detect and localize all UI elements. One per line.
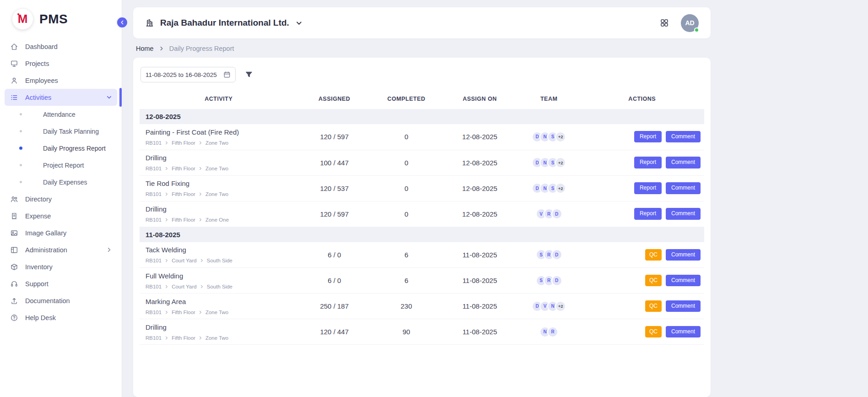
main-inner: Raja Bahadur International Ltd. AD Home … [133, 7, 711, 397]
sidebar-item-help-desk[interactable]: Help Desk [5, 309, 117, 326]
apps-grid-icon[interactable] [660, 18, 669, 27]
report-button[interactable]: Report [634, 182, 662, 194]
team-avatar: D [551, 275, 562, 286]
breadcrumb-home[interactable]: Home [136, 45, 154, 52]
sidebar-item-projects[interactable]: Projects [5, 55, 117, 72]
qc-button[interactable]: QC [645, 326, 662, 337]
comment-button[interactable]: Comment [666, 208, 701, 219]
activity-location-path: RB101Fifth FloorZone Two [146, 140, 295, 146]
sidebar-item-activities[interactable]: Activities [5, 89, 117, 106]
image-icon [10, 229, 18, 237]
filter-icon[interactable] [245, 71, 253, 79]
sidebar-subitem-attendance[interactable]: Attendance [5, 106, 117, 123]
main-content: Raja Bahadur International Ltd. AD Home … [122, 0, 868, 397]
sidebar-subitem-daily-expenses[interactable]: Daily Expenses [5, 174, 117, 190]
sidebar-item-employees[interactable]: Employees [5, 72, 117, 89]
sidebar-item-label: Directory [25, 196, 52, 203]
column-header: COMPLETED [371, 90, 442, 109]
column-header: TEAM [518, 90, 580, 109]
chevron-right-icon [159, 46, 164, 51]
bullet-dot [20, 164, 22, 166]
row-actions: QCComment [582, 326, 701, 337]
progress-report-table: ACTIVITYASSIGNEDCOMPLETEDASSIGN ONTEAMAC… [140, 90, 704, 345]
chevron-right-icon [199, 192, 202, 196]
activity-name: Marking Area [146, 298, 295, 305]
chevron-right-icon [199, 310, 202, 314]
online-status-dot [694, 27, 699, 33]
date-group-header: 12-08-2025 [140, 109, 704, 124]
activity-name: Drilling [146, 323, 295, 331]
comment-button[interactable]: Comment [666, 157, 701, 168]
path-segment: Fifth Floor [172, 310, 195, 315]
projects-icon [10, 60, 18, 68]
path-segment: South Side [207, 284, 232, 289]
report-button[interactable]: Report [634, 208, 662, 219]
sidebar-subitem-project-report[interactable]: Project Report [5, 157, 117, 174]
comment-button[interactable]: Comment [666, 249, 701, 261]
sidebar-item-administration[interactable]: Administration [5, 241, 117, 258]
activity-row: Tack WeldingRB101Court YardSouth Side6 /… [140, 242, 704, 268]
sidebar-subitem-daily-progress-report[interactable]: Daily Progress Report [5, 140, 117, 157]
chevron-right-icon [165, 167, 168, 170]
activity-name: Tack Welding [146, 246, 295, 254]
assign-on-cell: 12-08-2025 [442, 150, 518, 175]
path-segment: Fifth Floor [172, 166, 195, 171]
row-actions: QCComment [582, 275, 701, 286]
sidebar-item-label: Support [25, 280, 49, 288]
sidebar-item-support[interactable]: Support [5, 275, 117, 292]
bullet-dot [19, 147, 22, 150]
comment-button[interactable]: Comment [666, 131, 701, 142]
user-avatar[interactable]: AD [681, 14, 699, 32]
activity-location-path: RB101Fifth FloorZone Two [146, 166, 295, 171]
row-actions: QCComment [582, 249, 701, 261]
sidebar-collapse-button[interactable] [116, 16, 128, 28]
expense-icon [10, 212, 18, 220]
directory-icon [10, 195, 18, 203]
report-button[interactable]: Report [634, 131, 662, 142]
chevron-right-icon [165, 285, 168, 288]
sidebar: M PMS DashboardProjectsEmployeesActiviti… [0, 0, 122, 397]
completed-cell: 0 [371, 124, 442, 150]
sidebar-item-label: Employees [25, 77, 58, 84]
column-header: ACTIONS [580, 90, 704, 109]
company-selector[interactable]: Raja Bahadur International Ltd. [145, 18, 302, 28]
sidebar-item-inventory[interactable]: Inventory [5, 258, 117, 275]
completed-cell: 0 [371, 201, 442, 227]
activity-row: Marking AreaRB101Fifth FloorZone Two250 … [140, 294, 704, 319]
chevron-right-icon [165, 192, 168, 196]
report-button[interactable]: Report [634, 157, 662, 168]
app-logo[interactable]: M PMS [0, 0, 122, 36]
submenu-item-label: Daily Expenses [43, 179, 87, 186]
comment-button[interactable]: Comment [666, 326, 701, 337]
sidebar-item-documentation[interactable]: Documentation [5, 292, 117, 309]
active-indicator [119, 88, 122, 107]
completed-cell: 6 [371, 268, 442, 294]
chevron-down-icon [107, 95, 112, 100]
inventory-icon [10, 263, 18, 271]
qc-button[interactable]: QC [645, 275, 662, 286]
qc-button[interactable]: QC [645, 300, 662, 312]
sidebar-item-image-gallary[interactable]: Image Gallary [5, 224, 117, 241]
date-range-input[interactable]: 11-08-2025 to 16-08-2025 [140, 67, 236, 82]
sidebar-item-dashboard[interactable]: Dashboard [5, 38, 117, 55]
qc-button[interactable]: QC [645, 249, 662, 261]
team-avatars: SRD [521, 249, 577, 260]
chevron-right-icon [199, 218, 202, 222]
path-segment: Court Yard [172, 284, 197, 289]
comment-button[interactable]: Comment [666, 300, 701, 312]
comment-button[interactable]: Comment [666, 275, 701, 286]
logo-letter: M [18, 12, 28, 26]
comment-button[interactable]: Comment [666, 182, 701, 194]
activity-name: Full Welding [146, 272, 295, 280]
sidebar-item-expense[interactable]: Expense [5, 207, 117, 224]
sidebar-item-directory[interactable]: Directory [5, 190, 117, 207]
submenu-item-label: Project Report [43, 162, 84, 169]
sidebar-item-label: Inventory [25, 263, 53, 271]
path-segment: South Side [207, 258, 232, 263]
company-name: Raja Bahadur International Ltd. [160, 18, 289, 28]
sidebar-subitem-daily-task-planning[interactable]: Daily Task Planning [5, 123, 117, 140]
assign-on-cell: 11-08-2025 [442, 319, 518, 345]
sidebar-item-label: Dashboard [25, 43, 58, 50]
calendar-icon [223, 71, 231, 78]
path-segment: Court Yard [172, 258, 197, 263]
